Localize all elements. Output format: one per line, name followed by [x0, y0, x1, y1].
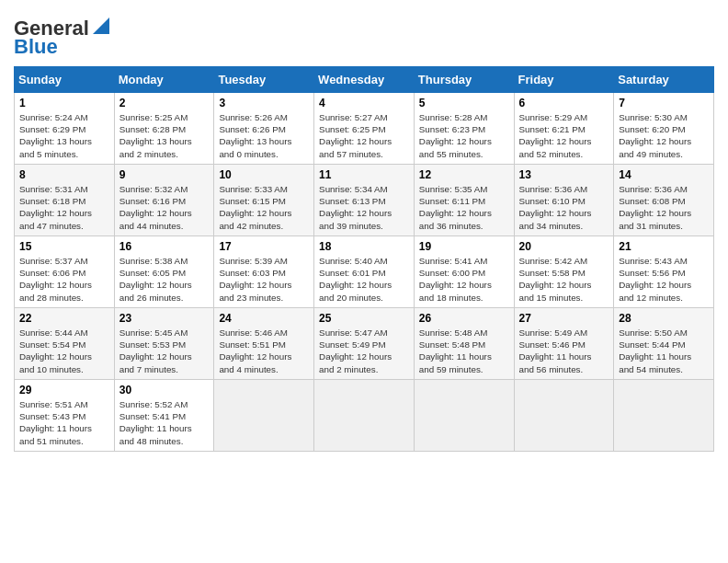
- day-number: 16: [119, 240, 210, 253]
- calendar-cell: [614, 380, 714, 452]
- day-info: Sunrise: 5:47 AM Sunset: 5:49 PM Dayligh…: [319, 327, 409, 375]
- calendar-cell: 11Sunrise: 5:34 AM Sunset: 6:13 PM Dayli…: [314, 165, 415, 236]
- calendar-cell: 14Sunrise: 5:36 AM Sunset: 6:08 PM Dayli…: [614, 165, 714, 236]
- calendar-cell: 13Sunrise: 5:36 AM Sunset: 6:10 PM Dayli…: [514, 165, 614, 236]
- svg-marker-0: [93, 17, 109, 34]
- calendar-cell: 29Sunrise: 5:51 AM Sunset: 5:43 PM Dayli…: [15, 380, 115, 452]
- day-number: 28: [619, 312, 709, 325]
- day-info: Sunrise: 5:25 AM Sunset: 6:28 PM Dayligh…: [119, 111, 210, 160]
- calendar-header-saturday: Saturday: [614, 67, 714, 93]
- day-number: 10: [219, 168, 309, 181]
- header: General Blue: [14, 9, 714, 59]
- day-number: 7: [619, 97, 709, 109]
- calendar-cell: 7Sunrise: 5:30 AM Sunset: 6:20 PM Daylig…: [614, 93, 714, 165]
- day-info: Sunrise: 5:50 AM Sunset: 5:44 PM Dayligh…: [619, 327, 709, 375]
- calendar-cell: [314, 380, 415, 452]
- day-number: 24: [219, 312, 309, 325]
- calendar-cell: 30Sunrise: 5:52 AM Sunset: 5:41 PM Dayli…: [114, 380, 214, 452]
- calendar-cell: [214, 380, 314, 452]
- calendar-cell: 24Sunrise: 5:46 AM Sunset: 5:51 PM Dayli…: [214, 308, 314, 380]
- calendar-header-row: SundayMondayTuesdayWednesdayThursdayFrid…: [15, 67, 714, 93]
- calendar-cell: 26Sunrise: 5:48 AM Sunset: 5:48 PM Dayli…: [414, 308, 514, 380]
- day-number: 11: [319, 168, 409, 181]
- day-info: Sunrise: 5:44 AM Sunset: 5:54 PM Dayligh…: [19, 327, 109, 375]
- calendar-cell: 5Sunrise: 5:28 AM Sunset: 6:23 PM Daylig…: [414, 93, 514, 165]
- calendar-week-row: 22Sunrise: 5:44 AM Sunset: 5:54 PM Dayli…: [15, 308, 714, 380]
- calendar-cell: 12Sunrise: 5:35 AM Sunset: 6:11 PM Dayli…: [414, 165, 514, 236]
- calendar-cell: 21Sunrise: 5:43 AM Sunset: 5:56 PM Dayli…: [614, 236, 714, 308]
- day-info: Sunrise: 5:24 AM Sunset: 6:29 PM Dayligh…: [19, 111, 109, 160]
- day-info: Sunrise: 5:51 AM Sunset: 5:43 PM Dayligh…: [19, 398, 109, 447]
- day-number: 17: [219, 240, 309, 253]
- day-number: 20: [519, 240, 609, 253]
- calendar-cell: 9Sunrise: 5:32 AM Sunset: 6:16 PM Daylig…: [114, 165, 214, 236]
- day-info: Sunrise: 5:52 AM Sunset: 5:41 PM Dayligh…: [119, 398, 210, 447]
- day-number: 21: [619, 240, 709, 253]
- day-info: Sunrise: 5:43 AM Sunset: 5:56 PM Dayligh…: [619, 255, 709, 304]
- day-info: Sunrise: 5:36 AM Sunset: 6:10 PM Dayligh…: [519, 183, 609, 232]
- day-number: 14: [619, 168, 709, 181]
- calendar-cell: 1Sunrise: 5:24 AM Sunset: 6:29 PM Daylig…: [15, 93, 115, 165]
- logo-text-blue: Blue: [14, 35, 58, 59]
- day-number: 12: [419, 168, 509, 181]
- calendar-week-row: 15Sunrise: 5:37 AM Sunset: 6:06 PM Dayli…: [15, 236, 714, 308]
- logo-arrow-icon: [91, 16, 111, 36]
- calendar-cell: [514, 380, 614, 452]
- day-number: 5: [419, 97, 509, 109]
- day-info: Sunrise: 5:40 AM Sunset: 6:01 PM Dayligh…: [319, 255, 409, 304]
- day-number: 3: [219, 97, 309, 109]
- calendar-cell: 8Sunrise: 5:31 AM Sunset: 6:18 PM Daylig…: [15, 165, 115, 236]
- calendar-header-sunday: Sunday: [15, 67, 115, 93]
- calendar-header-monday: Monday: [114, 67, 214, 93]
- calendar-header-tuesday: Tuesday: [214, 67, 314, 93]
- day-info: Sunrise: 5:34 AM Sunset: 6:13 PM Dayligh…: [319, 183, 409, 232]
- calendar-cell: 2Sunrise: 5:25 AM Sunset: 6:28 PM Daylig…: [114, 93, 214, 165]
- day-number: 15: [19, 240, 109, 253]
- calendar-cell: [414, 380, 514, 452]
- day-info: Sunrise: 5:26 AM Sunset: 6:26 PM Dayligh…: [219, 111, 309, 160]
- day-info: Sunrise: 5:27 AM Sunset: 6:25 PM Dayligh…: [319, 111, 409, 160]
- day-info: Sunrise: 5:48 AM Sunset: 5:48 PM Dayligh…: [419, 327, 509, 375]
- calendar-cell: 22Sunrise: 5:44 AM Sunset: 5:54 PM Dayli…: [15, 308, 115, 380]
- calendar-cell: 4Sunrise: 5:27 AM Sunset: 6:25 PM Daylig…: [314, 93, 415, 165]
- day-info: Sunrise: 5:36 AM Sunset: 6:08 PM Dayligh…: [619, 183, 709, 232]
- day-number: 23: [119, 312, 210, 325]
- day-info: Sunrise: 5:28 AM Sunset: 6:23 PM Dayligh…: [419, 111, 509, 160]
- day-number: 4: [319, 97, 409, 109]
- day-info: Sunrise: 5:32 AM Sunset: 6:16 PM Dayligh…: [119, 183, 210, 232]
- calendar-cell: 10Sunrise: 5:33 AM Sunset: 6:15 PM Dayli…: [214, 165, 314, 236]
- day-number: 22: [19, 312, 109, 325]
- day-info: Sunrise: 5:39 AM Sunset: 6:03 PM Dayligh…: [219, 255, 309, 304]
- day-number: 26: [419, 312, 509, 325]
- day-info: Sunrise: 5:31 AM Sunset: 6:18 PM Dayligh…: [19, 183, 109, 232]
- day-info: Sunrise: 5:49 AM Sunset: 5:46 PM Dayligh…: [519, 327, 609, 375]
- calendar-cell: 28Sunrise: 5:50 AM Sunset: 5:44 PM Dayli…: [614, 308, 714, 380]
- calendar-cell: 27Sunrise: 5:49 AM Sunset: 5:46 PM Dayli…: [514, 308, 614, 380]
- day-number: 29: [19, 384, 109, 396]
- calendar-cell: 25Sunrise: 5:47 AM Sunset: 5:49 PM Dayli…: [314, 308, 415, 380]
- day-number: 9: [119, 168, 210, 181]
- day-number: 18: [319, 240, 409, 253]
- day-info: Sunrise: 5:42 AM Sunset: 5:58 PM Dayligh…: [519, 255, 609, 304]
- calendar-cell: 20Sunrise: 5:42 AM Sunset: 5:58 PM Dayli…: [514, 236, 614, 308]
- day-info: Sunrise: 5:33 AM Sunset: 6:15 PM Dayligh…: [219, 183, 309, 232]
- day-info: Sunrise: 5:35 AM Sunset: 6:11 PM Dayligh…: [419, 183, 509, 232]
- day-info: Sunrise: 5:38 AM Sunset: 6:05 PM Dayligh…: [119, 255, 210, 304]
- day-info: Sunrise: 5:29 AM Sunset: 6:21 PM Dayligh…: [519, 111, 609, 160]
- day-info: Sunrise: 5:46 AM Sunset: 5:51 PM Dayligh…: [219, 327, 309, 375]
- calendar-cell: 6Sunrise: 5:29 AM Sunset: 6:21 PM Daylig…: [514, 93, 614, 165]
- calendar-header-wednesday: Wednesday: [314, 67, 415, 93]
- day-info: Sunrise: 5:41 AM Sunset: 6:00 PM Dayligh…: [419, 255, 509, 304]
- day-number: 1: [19, 97, 109, 109]
- calendar-cell: 23Sunrise: 5:45 AM Sunset: 5:53 PM Dayli…: [114, 308, 214, 380]
- day-number: 30: [119, 384, 210, 396]
- calendar-week-row: 8Sunrise: 5:31 AM Sunset: 6:18 PM Daylig…: [15, 165, 714, 236]
- day-number: 2: [119, 97, 210, 109]
- calendar-week-row: 1Sunrise: 5:24 AM Sunset: 6:29 PM Daylig…: [15, 93, 714, 165]
- day-info: Sunrise: 5:45 AM Sunset: 5:53 PM Dayligh…: [119, 327, 210, 375]
- day-number: 27: [519, 312, 609, 325]
- calendar-header-friday: Friday: [514, 67, 614, 93]
- day-info: Sunrise: 5:37 AM Sunset: 6:06 PM Dayligh…: [19, 255, 109, 304]
- calendar-cell: 17Sunrise: 5:39 AM Sunset: 6:03 PM Dayli…: [214, 236, 314, 308]
- calendar-cell: 19Sunrise: 5:41 AM Sunset: 6:00 PM Dayli…: [414, 236, 514, 308]
